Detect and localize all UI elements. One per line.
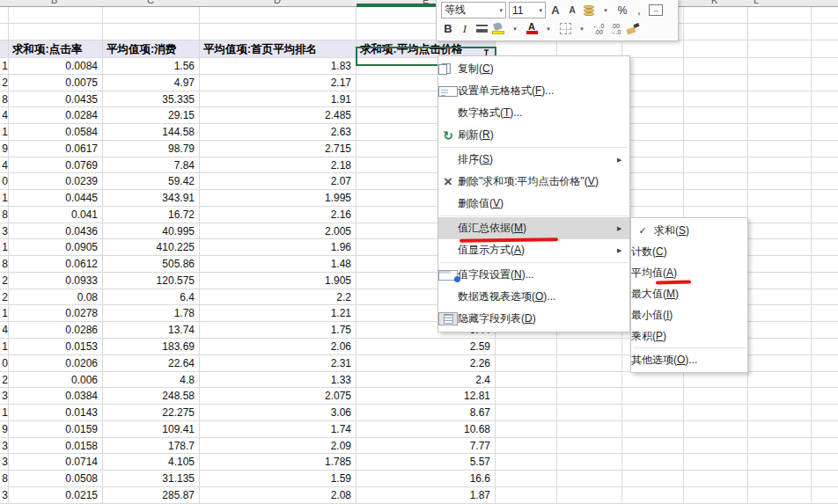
cell[interactable] — [748, 471, 812, 487]
cell[interactable] — [748, 438, 812, 455]
menu-item[interactable]: 删除值(V) — [438, 193, 629, 215]
cell[interactable] — [812, 58, 838, 75]
cell[interactable] — [684, 91, 748, 108]
cell[interactable] — [622, 107, 684, 124]
cell[interactable] — [812, 40, 838, 58]
cell[interactable]: 0.0159 — [9, 421, 103, 438]
cell[interactable]: 0 — [0, 173, 9, 190]
cell[interactable]: 183.69 — [103, 339, 200, 355]
cell[interactable] — [622, 157, 684, 174]
cell[interactable] — [748, 107, 812, 124]
cell[interactable]: 0.0714 — [9, 454, 103, 471]
cell[interactable] — [812, 256, 838, 273]
menu-item[interactable]: 删除"求和项:平均点击价格"(V) — [438, 171, 629, 193]
menu-item[interactable]: 复制(C) — [438, 58, 629, 80]
cell[interactable] — [748, 355, 812, 372]
cell[interactable]: 0.0075 — [9, 75, 103, 91]
cell[interactable]: 0.0584 — [9, 124, 103, 141]
cell[interactable] — [812, 405, 838, 421]
cell[interactable]: 2.2 — [200, 289, 357, 306]
cell[interactable] — [557, 388, 622, 405]
cell[interactable] — [557, 355, 622, 372]
cell[interactable] — [812, 124, 838, 141]
cell[interactable] — [812, 239, 838, 256]
cell[interactable]: 6.4 — [103, 289, 200, 306]
cell[interactable] — [812, 305, 838, 322]
cell[interactable]: 0.0445 — [9, 190, 103, 207]
cell[interactable]: 410.225 — [103, 239, 200, 256]
cell[interactable] — [0, 7, 9, 24]
cell[interactable]: 178.7 — [103, 438, 200, 455]
cell[interactable] — [748, 372, 812, 389]
cell[interactable]: 1 — [0, 305, 9, 322]
cell[interactable] — [684, 107, 748, 124]
cell[interactable] — [557, 487, 622, 504]
cell[interactable]: 4.8 — [103, 372, 200, 389]
decrease-decimal-button[interactable]: .00 →.0 — [608, 20, 622, 37]
cell[interactable] — [684, 421, 748, 438]
cell[interactable] — [622, 405, 684, 421]
cell[interactable] — [812, 487, 838, 504]
cell[interactable] — [684, 173, 748, 190]
cell[interactable] — [812, 141, 838, 157]
bold-button[interactable]: B — [441, 20, 455, 37]
chevron-down-icon[interactable]: ▾ — [575, 20, 589, 37]
menu-item[interactable]: 设置单元格格式(F)... — [438, 80, 629, 102]
font-size-select[interactable]: 11 ▾ — [509, 2, 546, 18]
cell[interactable] — [812, 223, 838, 240]
pivot-header-avg-rank[interactable]: 平均值项:首页平均排名 — [200, 40, 357, 58]
cell[interactable] — [812, 157, 838, 174]
cell[interactable]: 2.06 — [200, 339, 357, 355]
cell[interactable]: 8 — [0, 91, 9, 108]
cell[interactable]: 285.87 — [103, 487, 200, 504]
cell[interactable]: 2.26 — [357, 355, 496, 372]
comma-style-button[interactable]: , — [632, 2, 646, 18]
cell[interactable]: 3 — [0, 223, 9, 240]
cell[interactable]: 40.995 — [103, 223, 200, 240]
cell[interactable] — [748, 487, 812, 504]
submenu-item[interactable]: 其他选项(O)... — [631, 349, 747, 370]
cell[interactable] — [496, 405, 557, 421]
cell[interactable] — [496, 487, 557, 504]
increase-decimal-button[interactable]: ←.0 .00 — [592, 20, 606, 37]
menu-item[interactable]: 数据透视表选项(O)... — [438, 286, 629, 308]
cell[interactable]: 22.64 — [103, 355, 200, 372]
cell[interactable]: 1.995 — [200, 190, 357, 207]
cell[interactable]: 2.715 — [200, 141, 357, 157]
cell[interactable]: 343.91 — [103, 190, 200, 207]
cell[interactable]: 1.74 — [200, 421, 357, 438]
cell[interactable]: 9 — [0, 421, 9, 438]
cell[interactable]: 0.0384 — [9, 388, 103, 405]
column-letter-stub[interactable]: L — [753, 0, 759, 6]
cell[interactable]: 35.335 — [103, 91, 200, 108]
cell[interactable] — [812, 207, 838, 223]
cell[interactable]: 2.63 — [200, 124, 357, 141]
cell[interactable]: 3 — [0, 438, 9, 455]
cell[interactable] — [557, 438, 622, 455]
submenu-item[interactable]: 计数(C) — [631, 241, 747, 262]
cell[interactable]: 0.0153 — [9, 339, 103, 355]
italic-button[interactable]: I — [458, 20, 472, 37]
cell[interactable] — [748, 421, 812, 438]
cell[interactable]: 4.105 — [103, 454, 200, 471]
cell[interactable] — [748, 273, 812, 289]
cell[interactable] — [812, 339, 838, 355]
cell[interactable]: 109.41 — [103, 421, 200, 438]
cell[interactable] — [684, 438, 748, 455]
menu-item[interactable]: 刷新(R) — [438, 124, 629, 146]
cell[interactable]: 2.08 — [200, 487, 357, 504]
cell[interactable]: 0.0158 — [9, 438, 103, 455]
cell[interactable]: 1.59 — [200, 471, 357, 487]
cell[interactable] — [684, 388, 748, 405]
cell[interactable] — [812, 7, 838, 24]
autofit-icon[interactable]: ↔ — [649, 4, 663, 16]
cell[interactable]: 8 — [0, 471, 9, 487]
cell[interactable] — [622, 75, 684, 91]
cell[interactable]: 4 — [0, 157, 9, 174]
cell[interactable]: 120.575 — [103, 273, 200, 289]
cell[interactable] — [812, 107, 838, 124]
cell[interactable] — [748, 75, 812, 91]
cell[interactable] — [103, 24, 200, 40]
borders-lines-button[interactable] — [474, 20, 489, 37]
cell[interactable] — [748, 157, 812, 174]
